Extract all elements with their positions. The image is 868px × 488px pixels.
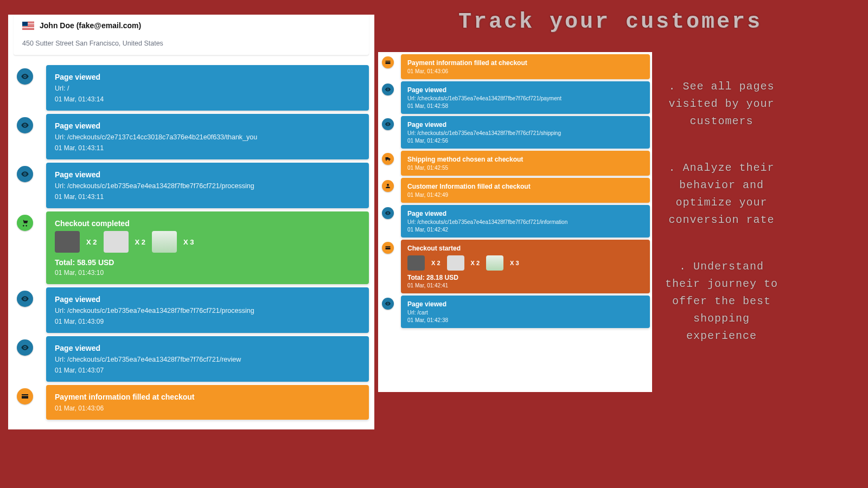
event-url: Url: /checkouts/c/1eb735ea7e4ea13428f7fb… bbox=[407, 219, 643, 225]
event-url: Url: /checkouts/c/1eb735ea7e4ea13428f7fb… bbox=[407, 95, 643, 101]
product-qty: X 2 bbox=[86, 238, 97, 246]
event-card[interactable]: Page viewedUrl: /checkouts/c/1eb735ea7e4… bbox=[46, 336, 369, 382]
event-card[interactable]: Page viewedUrl: /checkouts/c/1eb735ea7e4… bbox=[401, 116, 650, 149]
event-card[interactable]: Page viewedUrl: /checkouts/c/2e7137c14cc… bbox=[46, 114, 369, 159]
event-title: Page viewed bbox=[407, 210, 643, 217]
event-title: Checkout started bbox=[407, 245, 643, 252]
timeline-panel-left: John Doe (fake@email.com) 450 Sutter Str… bbox=[8, 15, 374, 429]
card-icon bbox=[17, 388, 33, 404]
event-timestamp: 01 Mar, 01:43:06 bbox=[55, 404, 360, 412]
timeline-event: Page viewedUrl: /checkouts/c/1eb735ea7e4… bbox=[14, 287, 369, 333]
event-timestamp: 01 Mar, 01:42:49 bbox=[407, 192, 643, 198]
event-title: Payment information filled at checkout bbox=[55, 393, 360, 401]
product-thumb bbox=[407, 255, 425, 271]
event-total: Total: 58.95 USD bbox=[55, 258, 360, 267]
event-card[interactable]: Checkout completedX 2X 2X 3Total: 58.95 … bbox=[46, 211, 369, 284]
product-qty: X 3 bbox=[510, 260, 519, 266]
timeline-panel-right: Payment information filled at checkout01… bbox=[378, 52, 652, 392]
event-total: Total: 28.18 USD bbox=[407, 274, 643, 281]
event-card[interactable]: Page viewedUrl: /checkouts/c/1eb735ea7e4… bbox=[401, 205, 650, 237]
product-qty: X 2 bbox=[135, 238, 146, 246]
event-timestamp: 01 Mar, 01:43:11 bbox=[55, 144, 360, 152]
product-qty: X 2 bbox=[471, 260, 480, 266]
event-card[interactable]: Page viewedUrl: /checkouts/c/1eb735ea7e4… bbox=[401, 81, 650, 114]
event-url: Url: /checkouts/c/2e7137c14cc3018c7a376e… bbox=[55, 133, 360, 141]
timeline-event: Page viewedUrl: /checkouts/c/1eb735ea7e4… bbox=[380, 81, 650, 114]
timeline-event: Payment information filled at checkout01… bbox=[14, 385, 369, 420]
event-card[interactable]: Page viewedUrl: /01 Mar, 01:43:14 bbox=[46, 65, 369, 111]
bullet-1: . See all pages visited by your customer… bbox=[659, 78, 784, 130]
timeline-event: Customer Information filled at checkout0… bbox=[380, 178, 650, 203]
event-card[interactable]: Payment information filled at checkout01… bbox=[46, 385, 369, 420]
truck-icon bbox=[382, 153, 394, 165]
event-title: Page viewed bbox=[55, 170, 360, 179]
event-title: Page viewed bbox=[407, 121, 643, 129]
event-url: Url: /checkouts/c/1eb735ea7e4ea13428f7fb… bbox=[407, 130, 643, 136]
timeline-left: Page viewedUrl: /01 Mar, 01:43:14Page vi… bbox=[8, 55, 374, 420]
event-card[interactable]: Customer Information filled at checkout0… bbox=[401, 178, 650, 203]
timeline-event: Page viewedUrl: /checkouts/c/1eb735ea7e4… bbox=[380, 116, 650, 149]
eye-icon bbox=[17, 68, 33, 85]
event-card[interactable]: Page viewedUrl: /checkouts/c/1eb735ea7e4… bbox=[46, 163, 369, 208]
event-url: Url: / bbox=[55, 85, 360, 92]
product-thumb bbox=[104, 231, 129, 253]
eye-icon bbox=[382, 118, 394, 130]
event-timestamp: 01 Mar, 01:42:41 bbox=[407, 282, 643, 288]
event-items: X 2X 2X 3 bbox=[407, 255, 643, 271]
product-thumb bbox=[152, 231, 177, 253]
event-timestamp: 01 Mar, 01:43:11 bbox=[55, 193, 360, 201]
event-card[interactable]: Payment information filled at checkout01… bbox=[401, 54, 650, 79]
timeline-event: Shipping method chosen at checkout01 Mar… bbox=[380, 151, 650, 176]
event-timestamp: 01 Mar, 01:43:10 bbox=[55, 269, 360, 277]
timeline-event: Page viewedUrl: /checkouts/c/1eb735ea7e4… bbox=[14, 163, 369, 208]
user-icon bbox=[382, 180, 394, 192]
event-title: Page viewed bbox=[55, 73, 360, 81]
event-title: Checkout completed bbox=[55, 219, 360, 228]
flag-icon bbox=[22, 22, 34, 30]
event-timestamp: 01 Mar, 01:42:55 bbox=[407, 165, 643, 171]
event-card[interactable]: Checkout startedX 2X 2X 3Total: 28.18 US… bbox=[401, 240, 650, 293]
card-icon bbox=[382, 242, 394, 254]
timeline-right: Payment information filled at checkout01… bbox=[380, 54, 650, 328]
event-timestamp: 01 Mar, 01:43:07 bbox=[55, 367, 360, 374]
event-title: Page viewed bbox=[55, 121, 360, 130]
event-timestamp: 01 Mar, 01:43:06 bbox=[407, 68, 643, 74]
event-title: Customer Information filled at checkout bbox=[407, 183, 643, 190]
eye-icon bbox=[17, 166, 33, 182]
event-timestamp: 01 Mar, 01:43:09 bbox=[55, 318, 360, 325]
bullet-3: . Understand their journey to offer the … bbox=[659, 258, 784, 345]
event-card[interactable]: Shipping method chosen at checkout01 Mar… bbox=[401, 151, 650, 176]
eye-icon bbox=[382, 207, 394, 219]
eye-icon bbox=[17, 291, 33, 307]
timeline-event: Page viewedUrl: /cart01 Mar, 01:42:38 bbox=[380, 296, 650, 328]
event-card[interactable]: Page viewedUrl: /checkouts/c/1eb735ea7e4… bbox=[46, 287, 369, 333]
timeline-event: Page viewedUrl: /checkouts/c/1eb735ea7e4… bbox=[14, 336, 369, 382]
cart-icon bbox=[17, 215, 33, 231]
bullet-2: . Analyze their behavior and optimize yo… bbox=[659, 159, 784, 229]
eye-icon bbox=[382, 298, 394, 310]
eye-icon bbox=[382, 84, 394, 95]
product-thumb bbox=[447, 255, 464, 271]
product-thumb bbox=[486, 255, 503, 271]
product-thumb bbox=[55, 231, 80, 253]
timeline-event: Page viewedUrl: /01 Mar, 01:43:14 bbox=[14, 65, 369, 111]
timeline-event: Checkout startedX 2X 2X 3Total: 28.18 US… bbox=[380, 240, 650, 293]
product-qty: X 3 bbox=[183, 238, 194, 246]
timeline-event: Page viewedUrl: /checkouts/c/1eb735ea7e4… bbox=[380, 205, 650, 237]
event-title: Payment information filled at checkout bbox=[407, 59, 643, 67]
event-url: Url: /checkouts/c/1eb735ea7e4ea13428f7fb… bbox=[55, 356, 360, 363]
timeline-event: Checkout completedX 2X 2X 3Total: 58.95 … bbox=[14, 211, 369, 284]
eye-icon bbox=[17, 339, 33, 356]
timeline-event: Page viewedUrl: /checkouts/c/2e7137c14cc… bbox=[14, 114, 369, 159]
event-timestamp: 01 Mar, 01:42:42 bbox=[407, 227, 643, 233]
event-card[interactable]: Page viewedUrl: /cart01 Mar, 01:42:38 bbox=[401, 296, 650, 328]
customer-address: 450 Sutter Street San Francisco, United … bbox=[22, 40, 360, 47]
headline: Track your customers bbox=[434, 10, 787, 34]
event-timestamp: 01 Mar, 01:42:58 bbox=[407, 103, 643, 109]
event-url: Url: /cart bbox=[407, 310, 643, 316]
product-qty: X 2 bbox=[431, 260, 441, 266]
event-timestamp: 01 Mar, 01:43:14 bbox=[55, 95, 360, 103]
event-title: Page viewed bbox=[55, 344, 360, 352]
marketing-bullets: . See all pages visited by your customer… bbox=[659, 78, 784, 374]
event-url: Url: /checkouts/c/1eb735ea7e4ea13428f7fb… bbox=[55, 307, 360, 314]
